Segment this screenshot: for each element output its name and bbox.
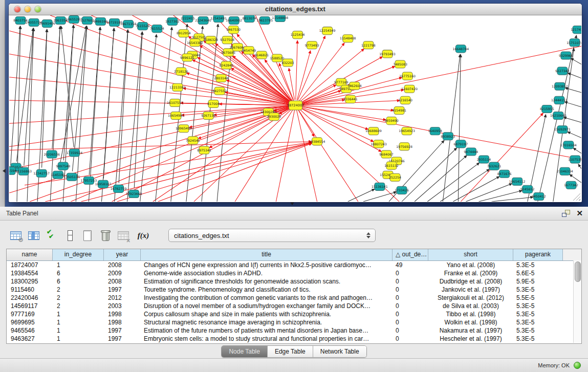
table-cell[interactable]: 19384554 (7, 269, 53, 277)
scrollbar-thumb[interactable] (575, 261, 581, 282)
table-row[interactable]: 911546021997Tourette syndrome. Phenomeno… (7, 286, 581, 294)
table-cell[interactable]: 1 (53, 335, 104, 343)
graph-node-12444151[interactable] (554, 96, 564, 104)
table-cell[interactable]: Structural magnetic resonance image aver… (141, 318, 393, 326)
table-cell[interactable]: Stergiakouli et al. (2012) (428, 294, 513, 302)
graph-node-2930029[interactable] (269, 113, 279, 121)
table-cell[interactable]: 1997 (104, 286, 141, 294)
graph-node-2718126[interactable] (176, 68, 186, 75)
graph-node-1107533[interactable] (570, 156, 580, 163)
graph-node-1217433[interactable] (573, 26, 581, 34)
table-cell[interactable]: Tourette syndrome. Phenomenology and cla… (141, 286, 393, 294)
graph-node-2803144[interactable] (216, 74, 226, 82)
table-cell[interactable]: 0 (393, 326, 428, 335)
column-header-out_de[interactable]: △ out_de… (393, 249, 428, 260)
graph-node-8427552[interactable] (214, 87, 225, 95)
graph-node-8215955[interactable] (542, 105, 552, 113)
graph-node-9675685[interactable] (223, 49, 233, 56)
table-cell[interactable]: Embryonic stem cells: a model to study s… (141, 335, 393, 343)
new-document-icon[interactable] (81, 229, 94, 242)
table-cell[interactable]: Estimation of the future numbers of pati… (141, 326, 393, 335)
graph-node-7485083[interactable] (395, 60, 405, 68)
network-file-select[interactable]: citations_edges.txt (168, 229, 376, 242)
graph-node-8813074[interactable] (244, 15, 254, 23)
graph-node-17016504[interactable] (563, 141, 574, 149)
panel-collapse-arrow-icon[interactable] (1, 169, 6, 173)
graph-node-12342757[interactable] (36, 169, 47, 177)
table-cell[interactable]: 2008 (104, 277, 141, 286)
graph-node-16958107[interactable] (98, 180, 108, 188)
graph-node-9267130[interactable] (203, 112, 213, 120)
graph-node-2063354[interactable] (55, 17, 66, 25)
graph-node-17957253[interactable] (83, 177, 94, 184)
table-row[interactable]: 2242004622012Investigating the contribut… (7, 294, 581, 302)
table-row[interactable]: 946554611997Estimation of the future num… (7, 326, 581, 335)
graph-node-1640954[interactable] (430, 127, 440, 135)
graph-node-9773493[interactable] (307, 41, 317, 49)
table-cell[interactable]: 5.3E-5 (513, 286, 563, 294)
table-cell[interactable]: 5.6E-5 (513, 269, 563, 277)
table-row[interactable]: 1872400712008Changes of HCN gene express… (7, 261, 581, 269)
table-cell[interactable]: Disruption of a novel member of a sodium… (141, 302, 393, 310)
graph-node-10654985[interactable] (171, 112, 181, 120)
table-cell[interactable]: Jankovic et al. (1997) (428, 286, 513, 294)
graph-node-15136141[interactable] (375, 183, 385, 190)
table-cell[interactable]: 1 (53, 326, 104, 335)
graph-node-9245652[interactable] (522, 185, 533, 193)
table-cell[interactable]: 2009 (104, 269, 141, 277)
graph-node-7515526[interactable] (138, 23, 148, 30)
table-cell[interactable]: 5.3E-5 (513, 310, 563, 318)
table-row[interactable]: 946362711997Embryonic stem cells: a mode… (7, 335, 581, 343)
table-cell[interactable]: 2 (53, 294, 104, 302)
table-cell[interactable]: 18724007 (7, 261, 53, 269)
graph-node-18807243[interactable] (374, 140, 384, 148)
graph-node-11156863[interactable] (18, 167, 29, 175)
column-header-title[interactable]: title (141, 249, 393, 260)
table-cell[interactable]: 5.3E-5 (513, 335, 563, 343)
graph-node-16543382[interactable] (190, 39, 200, 47)
column-header-name[interactable]: name (7, 249, 53, 260)
graph-node-11607420[interactable] (404, 85, 415, 93)
float-panel-icon[interactable] (562, 210, 570, 217)
graph-node-20206536[interactable] (47, 150, 57, 158)
graph-node-2222415[interactable] (183, 15, 193, 23)
graph-node-2935114[interactable] (478, 156, 489, 163)
graph-node-9474444[interactable] (466, 148, 476, 156)
graph-node-12543491[interactable] (213, 15, 224, 23)
table-cell[interactable]: 6 (53, 277, 104, 286)
graph-node-9227343[interactable] (557, 67, 568, 75)
graph-node-13505135[interactable] (67, 173, 77, 181)
table-cell[interactable]: 2012 (104, 294, 141, 302)
graph-node-9097548[interactable] (58, 162, 68, 170)
table-cell[interactable]: 2008 (104, 261, 141, 269)
graph-node-14671358[interactable] (123, 20, 134, 28)
table-cell[interactable]: 0 (393, 318, 428, 326)
graph-node-20691406[interactable] (42, 20, 52, 28)
graph-node-19613785[interactable] (259, 17, 270, 25)
select-column-icon[interactable] (27, 229, 40, 242)
table-cell[interactable]: 0 (393, 269, 428, 277)
table-cell[interactable]: 14569117 (7, 302, 53, 310)
graph-node-19654923[interactable] (402, 127, 412, 135)
graph-node-6466160[interactable] (95, 18, 105, 26)
table-cell[interactable]: 0 (393, 286, 428, 294)
graph-node-7924541[interactable] (188, 137, 198, 144)
table-cell[interactable]: Franke et al. (2009) (428, 269, 513, 277)
graph-node-1527602[interactable] (82, 17, 92, 25)
table-cell[interactable]: 0 (393, 277, 428, 286)
table-cell[interactable]: 5.3E-5 (513, 302, 563, 310)
table-cell[interactable]: 1 (53, 310, 104, 318)
graph-node-8912954[interactable] (179, 30, 189, 37)
table-cell[interactable]: 2003 (104, 302, 141, 310)
tab-node-table[interactable]: Node Table (222, 346, 267, 357)
table-cell[interactable]: 1997 (104, 335, 141, 343)
graph-node-16107553[interactable] (170, 99, 180, 106)
table-cell[interactable]: 9463627 (7, 335, 53, 343)
table-row[interactable]: 1456911722003Disruption of a novel membe… (7, 302, 581, 310)
graph-node-817004[interactable] (208, 100, 219, 107)
graph-node-252254[interactable] (390, 173, 400, 181)
graph-node-19384554[interactable] (312, 138, 322, 145)
graph-node-7462604[interactable] (350, 82, 360, 90)
graph-node-16648784[interactable] (455, 45, 466, 53)
table-cell[interactable]: 22420046 (7, 294, 53, 302)
